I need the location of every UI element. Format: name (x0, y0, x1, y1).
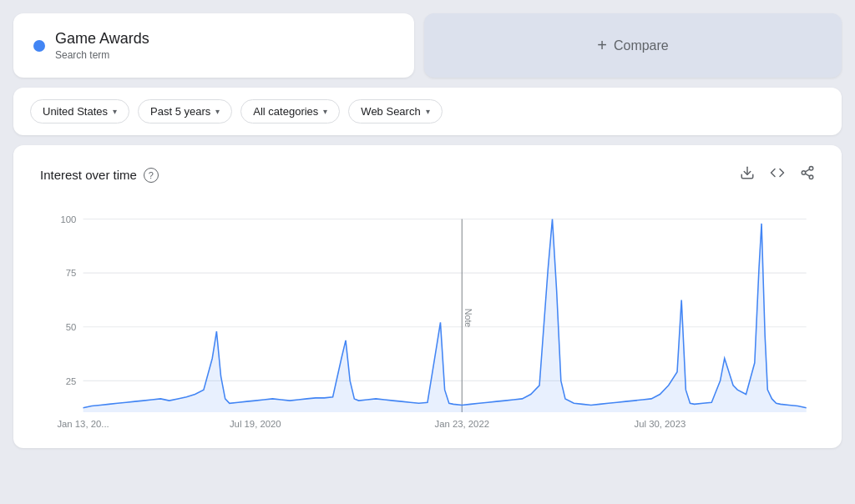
time-range-chevron-icon: ▾ (215, 107, 220, 116)
chart-title-area: Interest over time ? (40, 168, 159, 183)
time-range-filter-label: Past 5 years (150, 105, 210, 118)
x-label-jan2020: Jan 13, 20... (57, 419, 109, 429)
location-chevron-icon: ▾ (113, 107, 117, 116)
categories-filter-label: All categories (253, 105, 318, 118)
y-label-25: 25 (66, 375, 77, 386)
search-term-subtitle: Search term (55, 49, 149, 61)
embed-icon[interactable] (770, 165, 785, 184)
compare-plus-icon: + (597, 36, 607, 55)
chart-header: Interest over time ? (40, 165, 815, 184)
compare-label: Compare (614, 38, 669, 53)
note-text: Note (463, 309, 473, 328)
help-icon[interactable]: ? (144, 168, 159, 183)
search-type-filter[interactable]: Web Search ▾ (348, 99, 442, 123)
y-label-75: 75 (66, 268, 77, 278)
term-color-indicator (33, 40, 45, 52)
chart-title: Interest over time (40, 168, 137, 182)
svg-line-5 (805, 169, 809, 172)
x-label-jan2022: Jan 23, 2022 (435, 419, 489, 429)
chart-area: 100 75 50 25 Note Jan 13, 20... Jul 19, … (40, 201, 815, 435)
time-range-filter[interactable]: Past 5 years ▾ (138, 99, 232, 123)
search-type-chevron-icon: ▾ (426, 107, 430, 116)
chart-svg: 100 75 50 25 Note Jan 13, 20... Jul 19, … (40, 201, 815, 435)
search-term-card: Game Awards Search term (13, 13, 414, 78)
trend-line (83, 219, 807, 408)
search-type-filter-label: Web Search (361, 105, 420, 118)
interest-over-time-card: Interest over time ? (13, 145, 842, 448)
location-filter-label: United States (43, 105, 108, 118)
x-label-jul2020: Jul 19, 2020 (230, 419, 281, 429)
chart-actions (740, 165, 815, 184)
categories-filter[interactable]: All categories ▾ (240, 99, 340, 123)
location-filter[interactable]: United States ▾ (30, 99, 129, 123)
svg-line-4 (805, 174, 809, 176)
filters-bar: United States ▾ Past 5 years ▾ All categ… (13, 88, 842, 135)
y-label-50: 50 (66, 322, 77, 332)
compare-card[interactable]: + Compare (424, 13, 842, 78)
y-label-100: 100 (60, 214, 76, 224)
categories-chevron-icon: ▾ (323, 107, 327, 116)
share-icon[interactable] (800, 165, 815, 184)
x-label-jul2023: Jul 30, 2023 (635, 419, 686, 429)
search-term-title: Game Awards (55, 30, 149, 48)
download-icon[interactable] (740, 165, 755, 184)
